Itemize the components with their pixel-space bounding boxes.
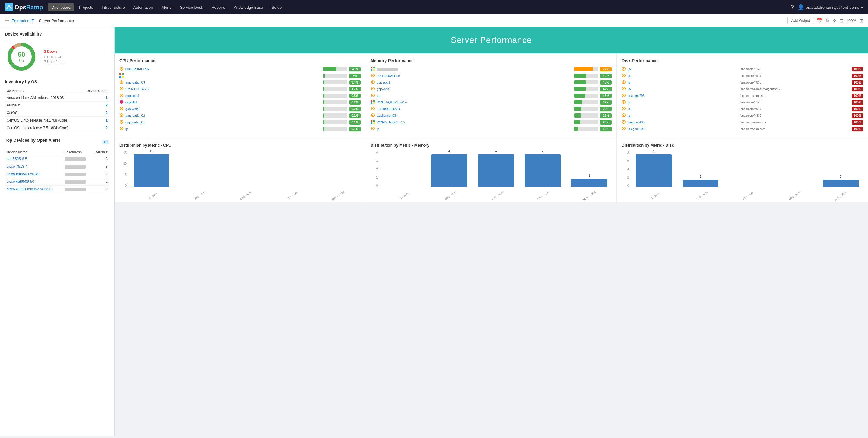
cpu-device-name[interactable]: 5254003EB27B bbox=[125, 87, 321, 91]
device-link[interactable]: cat-5505-6-5 bbox=[7, 157, 27, 161]
refresh-icon[interactable]: ↻ bbox=[826, 18, 829, 24]
legend-undefined: 7 Undefined bbox=[44, 60, 64, 64]
cpu-bar-container bbox=[323, 80, 347, 85]
add-widget-button[interactable]: Add Widget bbox=[787, 17, 814, 24]
device-icon bbox=[371, 80, 375, 85]
disk-device-name[interactable]: ip- bbox=[628, 74, 738, 77]
y-axis-label: 0 bbox=[119, 184, 127, 187]
bar-value-label: 4 bbox=[495, 150, 497, 153]
nav-service-desk[interactable]: Service Desk bbox=[177, 3, 207, 11]
cpu-bar-bg bbox=[323, 114, 347, 118]
cpu-row: application03 3.4% bbox=[119, 80, 361, 85]
y-axis-label: 8 bbox=[622, 151, 629, 154]
sp-header: Server Performance bbox=[115, 27, 868, 53]
mem-device-name[interactable] bbox=[377, 67, 573, 71]
mem-bar-fill bbox=[574, 114, 581, 118]
cpu-device-name[interactable]: gcp-db1 bbox=[125, 100, 321, 104]
cpu-device-name[interactable]: application03 bbox=[125, 81, 321, 84]
mem-badge: 49% bbox=[600, 73, 612, 78]
mem-bar-fill bbox=[574, 80, 586, 85]
svg-point-53 bbox=[623, 68, 624, 69]
cpu-device-name[interactable]: ip- bbox=[125, 127, 321, 131]
device-icon bbox=[371, 93, 375, 98]
mem-bar-container bbox=[574, 107, 598, 111]
cpu-device-name[interactable]: 000C290AFF96 bbox=[125, 67, 321, 71]
cpu-device-name[interactable]: gcp-app1 bbox=[125, 94, 321, 97]
mem-device-name[interactable]: ip- bbox=[377, 127, 573, 131]
cpu-bar-bg bbox=[323, 120, 347, 124]
breadcrumb-root[interactable]: Enterprise IT bbox=[11, 19, 34, 23]
brand[interactable]: OpsRamp bbox=[5, 3, 43, 11]
sort-icon[interactable]: ▲ bbox=[22, 90, 25, 93]
cpu-badge: 1.7% bbox=[349, 87, 361, 91]
disk-device-name[interactable]: ip- bbox=[628, 101, 738, 104]
alerts-sort-icon[interactable]: ▾ bbox=[106, 150, 108, 154]
nav-knowledge-base[interactable]: Knowledge Base bbox=[230, 3, 267, 11]
disk-device-name[interactable]: ip- bbox=[628, 68, 738, 71]
mem-bar-fill bbox=[574, 127, 577, 131]
svg-point-69 bbox=[623, 121, 624, 122]
cpu-dist-title: Distribution by Metric - CPU bbox=[119, 143, 361, 148]
cpu-device-name[interactable]: application02 bbox=[125, 114, 321, 117]
disk-path: /snap/core/4830 bbox=[740, 81, 850, 84]
svg-point-71 bbox=[623, 128, 624, 129]
mem-badge: 47% bbox=[600, 87, 612, 91]
nav-infrastructure[interactable]: Infrastructure bbox=[98, 3, 128, 11]
save-icon[interactable]: ⊟ bbox=[839, 18, 843, 24]
mem-device-name[interactable]: 000C290AFF96 bbox=[377, 74, 573, 77]
nav-alerts[interactable]: Alerts bbox=[158, 3, 175, 11]
calendar-icon[interactable]: 📅 bbox=[816, 18, 823, 24]
disk-device-name[interactable]: ip-agent/295 bbox=[628, 94, 738, 97]
nav-setup[interactable]: Setup bbox=[268, 3, 285, 11]
nav-projects[interactable]: Projects bbox=[75, 3, 97, 11]
disk-path: /snap/core/4830 bbox=[740, 114, 850, 117]
device-link[interactable]: cisco-c1710-k9o3sv-m-32-31 bbox=[7, 187, 53, 191]
nav-dashboard[interactable]: Dashboard bbox=[48, 3, 74, 11]
device-link[interactable]: cisco-cat6509-50-49 bbox=[7, 172, 39, 176]
mem-device-name[interactable]: ip- bbox=[377, 94, 573, 97]
cpu-device-name[interactable]: application01 bbox=[125, 120, 321, 124]
device-link[interactable]: cisco-7513-4 bbox=[7, 164, 27, 168]
disk-path: /snap/core/5145 bbox=[740, 101, 850, 104]
device-icon bbox=[622, 80, 626, 85]
svg-point-61 bbox=[623, 95, 624, 96]
svg-point-5 bbox=[121, 68, 122, 69]
nav-automation[interactable]: Automation bbox=[130, 3, 157, 11]
device-icon bbox=[371, 87, 375, 91]
disk-device-name[interactable]: ip- bbox=[628, 107, 738, 111]
inventory-section: Inventory by OS OS Name ▲ Device Count A… bbox=[5, 79, 110, 132]
top-devices-section: Top Devices by Open Alerts 1D Device Nam… bbox=[5, 138, 110, 193]
device-link[interactable]: cisco-cat6509-50 bbox=[7, 180, 34, 184]
disk-device-name[interactable]: ip- bbox=[628, 88, 738, 91]
disk-device-name[interactable]: ip- bbox=[628, 114, 738, 117]
chart-bar: 4 bbox=[431, 154, 467, 187]
mem-device-name[interactable]: application03 bbox=[377, 114, 573, 117]
disk-device-name[interactable]: ip-agent/495 bbox=[628, 121, 738, 124]
nav-reports[interactable]: Reports bbox=[208, 3, 229, 11]
help-icon[interactable]: ? bbox=[791, 4, 794, 10]
mem-device-name[interactable]: gcp-web1 bbox=[377, 87, 573, 91]
device-table-row: cisco-cat6509-50 2 bbox=[5, 178, 110, 186]
hamburger-icon[interactable]: ☰ bbox=[5, 18, 9, 24]
cpu-bar-fill bbox=[323, 100, 324, 104]
mem-device-name[interactable]: WIN-I5JA9BDP055 bbox=[377, 120, 573, 124]
svg-point-25 bbox=[121, 128, 122, 129]
disk-device-name[interactable]: ip- bbox=[628, 81, 738, 84]
mem-device-name[interactable]: gcp-app1 bbox=[377, 81, 573, 84]
layout-icon[interactable]: ✛ bbox=[832, 18, 836, 24]
user-menu[interactable]: 👤 prasad.dronamraju@ent-demo ▾ bbox=[798, 4, 863, 10]
device-alerts-header: Alerts ▾ bbox=[91, 149, 110, 155]
mem-device-name[interactable]: WIN-1VQ13PLJG1F bbox=[377, 100, 573, 104]
mem-device-name[interactable]: 5254003EB27B bbox=[377, 107, 573, 111]
svg-point-15 bbox=[121, 95, 122, 96]
disk-device-name[interactable]: ip-agent/295 bbox=[628, 127, 738, 131]
bar-value-label: 9 bbox=[653, 150, 655, 153]
mem-badge: 48% bbox=[600, 80, 612, 85]
mem-bar-fill bbox=[574, 107, 581, 111]
disk-row: ip- /snap/amazon-ssm-agent/495 100% bbox=[622, 87, 863, 91]
bar-value-label: 4 bbox=[448, 150, 450, 153]
y-axis-label: 4 bbox=[371, 151, 378, 154]
zoom-in-icon[interactable]: ⊞ bbox=[859, 18, 863, 24]
cpu-device-name[interactable]: gcp-web1 bbox=[125, 107, 321, 111]
device-icon bbox=[371, 120, 375, 125]
